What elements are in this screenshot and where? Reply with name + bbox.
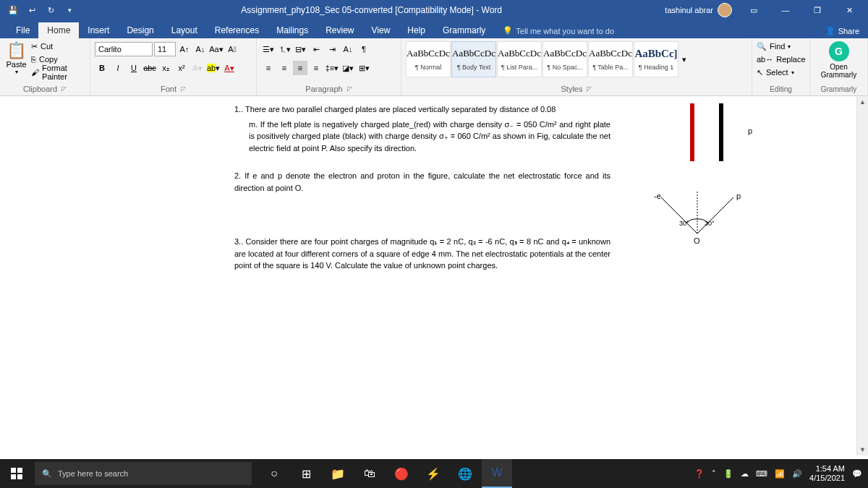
align-right-button[interactable]: ≡ (293, 61, 307, 75)
clear-formatting-button[interactable]: A⃠ (225, 42, 239, 56)
copy-label: Copy (39, 55, 58, 64)
document-area[interactable]: 1.. There are two parallel charged plate… (0, 96, 868, 455)
ribbon-tabs: File Home Insert Design Layout Reference… (0, 20, 868, 38)
close-icon[interactable]: ✕ (835, 0, 864, 20)
line-spacing-button[interactable]: ‡≡▾ (325, 61, 339, 75)
open-grammarly-button[interactable]: G Open Grammarly (814, 40, 863, 79)
justify-button[interactable]: ≡ (309, 61, 323, 75)
highlight-button[interactable]: ab▾ (206, 61, 221, 75)
superscript-button[interactable]: x² (174, 61, 189, 75)
share-button[interactable]: 👤 Share (817, 23, 868, 38)
save-icon[interactable]: 💾 (4, 1, 22, 19)
strikethrough-button[interactable]: abc (142, 61, 157, 75)
cut-label: Cut (41, 42, 53, 51)
redo-icon[interactable]: ↻ (42, 1, 59, 19)
styles-more-button[interactable]: ▾ (679, 55, 689, 64)
user-account[interactable]: tashinul abrar (665, 3, 732, 17)
tell-me-search[interactable]: 💡 Tell me what you want to do (494, 23, 623, 38)
tab-references[interactable]: References (206, 22, 268, 38)
paste-icon: 📋 (6, 41, 27, 60)
format-painter-button[interactable]: 🖌Format Painter (31, 66, 85, 79)
numbering-button[interactable]: ⒈▾ (277, 42, 292, 56)
tab-view[interactable]: View (363, 22, 399, 38)
style-list-para[interactable]: AaBbCcDc¶ List Para... (497, 41, 542, 77)
plate-black (719, 103, 723, 161)
document-page[interactable]: 1.. There are two parallel charged plate… (191, 96, 654, 282)
show-marks-button[interactable]: ¶ (357, 42, 371, 56)
scroll-down-icon[interactable]: ▼ (857, 444, 868, 455)
share-label: Share (838, 27, 859, 35)
replace-icon: ab↔ (757, 55, 773, 64)
scissors-icon: ✂ (31, 42, 38, 51)
tab-mailings[interactable]: Mailings (268, 22, 317, 38)
decrease-indent-button[interactable]: ⇤ (309, 42, 323, 56)
shading-button[interactable]: ◪▾ (341, 61, 355, 75)
text-effects-button[interactable]: A▾ (190, 61, 205, 75)
tab-layout[interactable]: Layout (163, 22, 206, 38)
group-clipboard: 📋 Paste ▾ ✂Cut ⎘Copy 🖌Format Painter Cli… (0, 38, 90, 95)
figure-plates: p (676, 103, 748, 176)
ribbon-options-icon[interactable]: ▭ (739, 0, 768, 20)
italic-button[interactable]: I (111, 61, 125, 75)
undo-icon[interactable]: ↩ (23, 1, 41, 19)
tab-insert[interactable]: Insert (79, 22, 118, 38)
style-normal[interactable]: AaBbCcDc¶ Normal (406, 41, 451, 77)
scroll-up-icon[interactable]: ▲ (857, 96, 868, 108)
dialog-launcher-icon[interactable]: ◸ (587, 85, 592, 93)
dialog-launcher-icon[interactable]: ◸ (347, 85, 352, 93)
style-body-text[interactable]: AaBbCcDc¶ Body Text (451, 41, 496, 77)
replace-button[interactable]: ab↔Replace (757, 53, 805, 66)
avatar (718, 3, 732, 17)
find-label: Find (770, 42, 785, 51)
align-left-button[interactable]: ≡ (261, 61, 276, 75)
multilevel-list-button[interactable]: ⊟▾ (293, 42, 307, 56)
tab-help[interactable]: Help (399, 22, 434, 38)
tab-home[interactable]: Home (38, 22, 79, 38)
find-button[interactable]: 🔍Find▾ (757, 40, 805, 53)
cut-button[interactable]: ✂Cut (31, 40, 85, 53)
underline-button[interactable]: U (127, 61, 141, 75)
align-center-button[interactable]: ≡ (277, 61, 292, 75)
group-grammarly: G Open Grammarly Grammarly (810, 38, 868, 95)
subscript-button[interactable]: x₂ (158, 61, 173, 75)
paste-button[interactable]: 📋 Paste ▾ (4, 40, 28, 79)
font-name-input[interactable]: Carlito (95, 42, 153, 56)
shrink-font-button[interactable]: A↓ (193, 42, 208, 56)
font-size-input[interactable]: 11 (154, 42, 176, 56)
select-button[interactable]: ↖Select▾ (757, 66, 805, 79)
editing-group-label: Editing (757, 85, 805, 94)
fig2-angle-1: 30° (679, 219, 689, 229)
change-case-button[interactable]: Aa▾ (209, 42, 224, 56)
group-styles: AaBbCcDc¶ Normal AaBbCcDc¶ Body Text AaB… (401, 38, 752, 95)
qat-more-icon[interactable]: ▾ (61, 1, 78, 19)
titlebar: 💾 ↩ ↻ ▾ Assignment_phy108_Sec 05-convert… (0, 0, 868, 20)
bullets-button[interactable]: ☰▾ (261, 42, 276, 56)
question-3: 3.. Consider there are four point charge… (234, 236, 610, 272)
dialog-launcher-icon[interactable]: ◸ (181, 85, 186, 93)
tab-design[interactable]: Design (118, 22, 162, 38)
minimize-icon[interactable]: — (771, 0, 800, 20)
svg-line-1 (697, 197, 733, 234)
paragraph-group-label: Paragraph (305, 85, 342, 93)
increase-indent-button[interactable]: ⇥ (325, 42, 339, 56)
bold-button[interactable]: B (95, 61, 109, 75)
dialog-launcher-icon[interactable]: ◸ (61, 85, 67, 93)
tab-review[interactable]: Review (317, 22, 362, 38)
maximize-icon[interactable]: ❐ (803, 0, 832, 20)
font-color-button[interactable]: A▾ (222, 61, 237, 75)
sort-button[interactable]: A↓ (341, 42, 355, 56)
lightbulb-icon: 💡 (503, 26, 513, 35)
vertical-scrollbar[interactable]: ▲ ▼ (856, 96, 868, 455)
brush-icon: 🖌 (31, 68, 39, 77)
chevron-down-icon: ▾ (6, 69, 27, 75)
format-painter-label: Format Painter (42, 64, 85, 81)
tab-grammarly[interactable]: Grammarly (434, 22, 494, 38)
style-table-para[interactable]: AaBbCcDc¶ Table Pa... (588, 41, 633, 77)
grow-font-button[interactable]: A↑ (177, 42, 192, 56)
cursor-icon: ↖ (757, 68, 763, 77)
tab-file[interactable]: File (7, 22, 38, 38)
select-label: Select (766, 68, 788, 77)
borders-button[interactable]: ⊞▾ (357, 61, 371, 75)
style-no-spacing[interactable]: AaBbCcDc¶ No Spac... (542, 41, 587, 77)
style-heading-1[interactable]: AaBbCc]¶ Heading 1 (634, 41, 678, 77)
